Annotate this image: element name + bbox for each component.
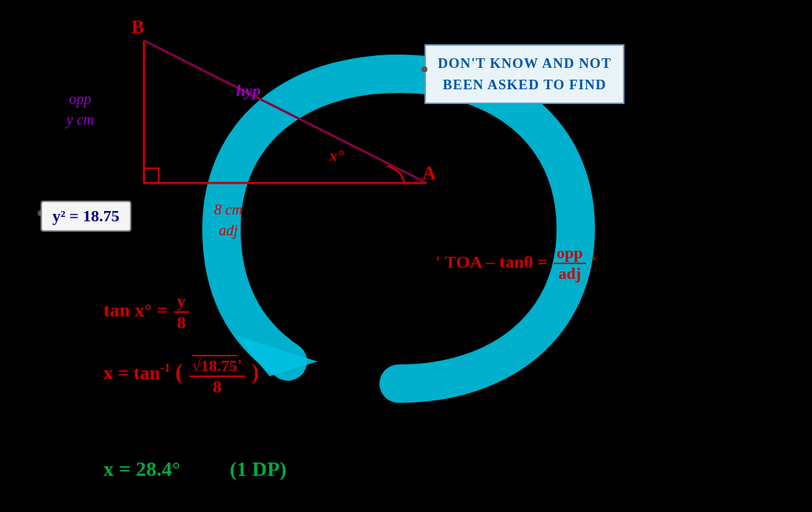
toa-formula: ' TOA – tanθ = opp adj ': [436, 243, 596, 283]
info-box-line1: DON'T KNOW AND NOT: [438, 53, 611, 75]
open-paren: (: [176, 359, 183, 384]
tan-numerator: y: [174, 291, 189, 313]
dp-note: (1 DP): [230, 457, 286, 480]
toa-text: ' TOA – tanθ =: [436, 252, 552, 271]
main-canvas: B A hyp opp y cm 8 cm adj x° DON'T KNOW …: [0, 0, 812, 512]
toa-denominator: adj: [555, 264, 584, 283]
close-paren: ): [252, 359, 259, 384]
svg-line-3: [144, 41, 427, 183]
tan-inv-left: x = tan-1: [103, 362, 171, 384]
toa-fraction: opp adj: [554, 243, 585, 283]
toa-closing: ': [592, 252, 597, 271]
tan-fraction: y 8: [174, 291, 189, 333]
angle-label: x°: [329, 146, 344, 165]
adj-label: 8 cm adj: [214, 199, 242, 241]
tan-inv-fraction: √18.75' 8: [189, 356, 245, 397]
vertex-a-label: A: [422, 162, 436, 184]
tan-inv-formula: x = tan-1 ( √18.75' 8 ): [103, 354, 259, 395]
tan-left: tan x° =: [103, 300, 173, 321]
info-box-dot: [422, 66, 427, 72]
hyp-label: hyp: [236, 81, 261, 100]
background-svg: [0, 0, 812, 512]
tan-formula: tan x° = y 8: [103, 291, 190, 333]
final-answer: x = 28.4° (1 DP): [103, 457, 286, 481]
tan-inv-numerator: √18.75': [189, 356, 245, 377]
tan-inv-denominator: 8: [210, 377, 224, 397]
vertex-b-label: B: [131, 16, 144, 38]
toa-numerator: opp: [554, 243, 585, 264]
opp-label: opp y cm: [66, 89, 94, 130]
svg-rect-4: [144, 168, 159, 183]
info-box: DON'T KNOW AND NOT BEEN ASKED TO FIND: [424, 44, 625, 104]
answer-value: x = 28.4°: [103, 457, 180, 480]
tan-denominator: 8: [174, 313, 189, 333]
info-box-line2: BEEN ASKED TO FIND: [438, 75, 611, 96]
y-squared-tag: y² = 18.75: [41, 201, 131, 232]
